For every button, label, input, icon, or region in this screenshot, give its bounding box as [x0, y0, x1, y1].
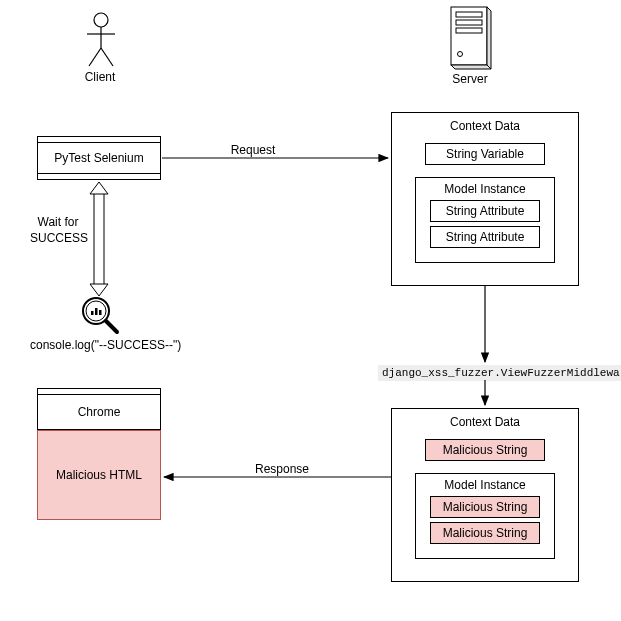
malicious-attr-2: Malicious String	[430, 522, 540, 544]
server-label: Server	[440, 72, 500, 86]
string-variable-box: String Variable	[425, 143, 545, 165]
console-log-label: console.log("--SUCCESS--")	[30, 338, 180, 352]
svg-rect-16	[91, 311, 94, 315]
svg-rect-17	[95, 308, 98, 315]
svg-marker-24	[90, 182, 108, 194]
malicious-html-label: Malicious HTML	[56, 468, 142, 482]
browser-group: Chrome	[37, 388, 161, 430]
svg-rect-23	[94, 192, 104, 286]
string-attr-2-label: String Attribute	[446, 230, 525, 244]
magnify-chart-icon	[80, 295, 120, 335]
middleware-label: django_xss_fuzzer.ViewFuzzerMiddleware	[378, 365, 621, 381]
svg-rect-18	[99, 310, 102, 315]
context-data-before: Context Data String Variable Model Insta…	[391, 112, 579, 286]
svg-line-3	[89, 48, 101, 66]
model-before-title: Model Instance	[416, 182, 554, 196]
server-icon	[450, 6, 492, 73]
string-attr-2: String Attribute	[430, 226, 540, 248]
string-attr-1-label: String Attribute	[446, 204, 525, 218]
svg-point-0	[94, 13, 108, 27]
client-actor-icon	[85, 12, 117, 68]
malicious-string-top-label: Malicious String	[443, 443, 528, 457]
response-arrow-label: Response	[247, 462, 317, 476]
malicious-attr-2-label: Malicious String	[443, 526, 528, 540]
context-after-title: Context Data	[392, 409, 578, 429]
svg-line-15	[106, 321, 117, 332]
context-data-after: Context Data Malicious String Model Inst…	[391, 408, 579, 582]
string-variable-label: String Variable	[446, 147, 524, 161]
malicious-string-top: Malicious String	[425, 439, 545, 461]
malicious-attr-1-label: Malicious String	[443, 500, 528, 514]
client-label: Client	[70, 70, 130, 84]
model-after-title: Model Instance	[416, 478, 554, 492]
model-instance-before: Model Instance String Attribute String A…	[415, 177, 555, 263]
pytest-selenium-label: PyTest Selenium	[54, 151, 143, 165]
context-before-title: Context Data	[392, 113, 578, 133]
request-arrow-label: Request	[223, 143, 283, 157]
malicious-attr-1: Malicious String	[430, 496, 540, 518]
wait-for-success-label: Wait for SUCCESS	[30, 215, 86, 246]
string-attr-1: String Attribute	[430, 200, 540, 222]
pytest-selenium-box: PyTest Selenium	[37, 136, 161, 180]
malicious-html-box: Malicious HTML	[37, 430, 161, 520]
svg-line-4	[101, 48, 113, 66]
model-instance-after: Model Instance Malicious String Maliciou…	[415, 473, 555, 559]
chrome-label: Chrome	[78, 405, 121, 419]
